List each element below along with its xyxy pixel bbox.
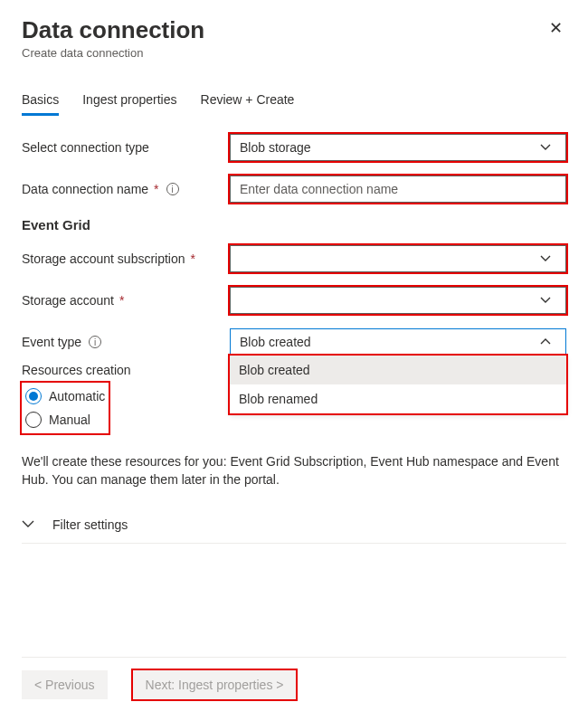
required-indicator: * — [154, 182, 158, 196]
automatic-radio[interactable] — [25, 388, 42, 404]
connection-name-placeholder: Enter data connection name — [240, 182, 398, 196]
page-subtitle: Create data connection — [22, 46, 204, 60]
tab-review-create[interactable]: Review + Create — [201, 87, 295, 116]
info-icon[interactable]: i — [166, 183, 179, 195]
storage-account-label: Storage account — [22, 293, 114, 308]
automatic-radio-label: Automatic — [49, 389, 105, 403]
event-type-option-blob-created[interactable]: Blob created — [230, 356, 566, 384]
info-icon[interactable]: i — [89, 336, 101, 348]
filter-settings-label: Filter settings — [52, 517, 128, 532]
storage-account-select[interactable] — [230, 287, 566, 314]
connection-type-select[interactable]: Blob storage — [230, 134, 566, 161]
event-grid-section-header: Event Grid — [22, 217, 566, 232]
resources-help-text: We'll create these resources for you: Ev… — [22, 453, 566, 489]
tab-ingest-properties[interactable]: Ingest properties — [82, 87, 176, 116]
close-icon[interactable]: ✕ — [545, 16, 566, 40]
manual-radio-label: Manual — [49, 413, 90, 427]
chevron-down-icon — [22, 517, 34, 532]
connection-type-value: Blob storage — [240, 140, 311, 155]
manual-radio[interactable] — [25, 412, 42, 428]
event-type-select[interactable]: Blob created — [230, 328, 566, 356]
storage-subscription-label: Storage account subscription — [22, 251, 185, 266]
resources-creation-label: Resources creation — [22, 363, 131, 377]
event-type-option-blob-renamed[interactable]: Blob renamed — [230, 384, 566, 413]
tab-basics[interactable]: Basics — [22, 87, 59, 116]
required-indicator: * — [119, 293, 124, 308]
connection-type-label: Select connection type — [22, 140, 149, 155]
page-title: Data connection — [22, 16, 204, 44]
connection-name-input[interactable]: Enter data connection name — [230, 176, 566, 203]
filter-settings-toggle[interactable]: Filter settings — [22, 507, 566, 544]
connection-name-label: Data connection name — [22, 182, 148, 196]
event-type-value: Blob created — [240, 335, 311, 349]
event-type-dropdown-list: Blob created Blob renamed — [230, 356, 566, 413]
storage-subscription-select[interactable] — [230, 245, 566, 272]
event-type-label: Event type — [22, 335, 81, 349]
previous-button[interactable]: < Previous — [22, 670, 108, 699]
next-button[interactable]: Next: Ingest properties > — [133, 670, 297, 699]
required-indicator: * — [191, 251, 195, 266]
tab-strip: Basics Ingest properties Review + Create — [22, 87, 566, 116]
